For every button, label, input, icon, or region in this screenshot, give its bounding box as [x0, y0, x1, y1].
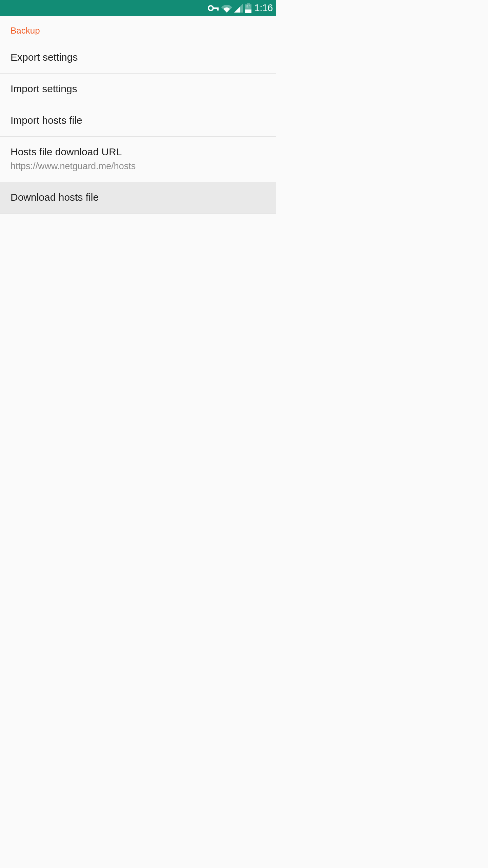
clock-time: 1:16	[255, 2, 273, 14]
settings-item[interactable]: Import hosts file	[0, 105, 276, 137]
settings-item-title: Download hosts file	[11, 191, 266, 204]
settings-item-title: Hosts file download URL	[11, 145, 266, 158]
settings-item-subtitle: https://www.netguard.me/hosts	[11, 160, 266, 172]
settings-item[interactable]: Import settings	[0, 74, 276, 105]
section-header-backup: Backup	[0, 16, 276, 42]
settings-list: Export settingsImport settingsImport hos…	[0, 42, 276, 214]
battery-level-text: 37	[245, 4, 251, 8]
settings-item-title: Export settings	[11, 51, 266, 64]
status-bar: 37 1:16	[0, 0, 276, 16]
cellular-signal-icon	[234, 4, 243, 13]
settings-item-title: Import settings	[11, 82, 266, 95]
settings-item[interactable]: Download hosts file	[0, 182, 276, 214]
vpn-key-icon	[208, 5, 219, 11]
svg-rect-2	[217, 7, 219, 11]
battery-icon: 37	[245, 3, 251, 13]
settings-item-title: Import hosts file	[11, 114, 266, 127]
settings-item[interactable]: Export settings	[0, 42, 276, 74]
settings-item[interactable]: Hosts file download URLhttps://www.netgu…	[0, 137, 276, 182]
wifi-icon	[221, 4, 232, 13]
svg-point-0	[208, 6, 213, 11]
